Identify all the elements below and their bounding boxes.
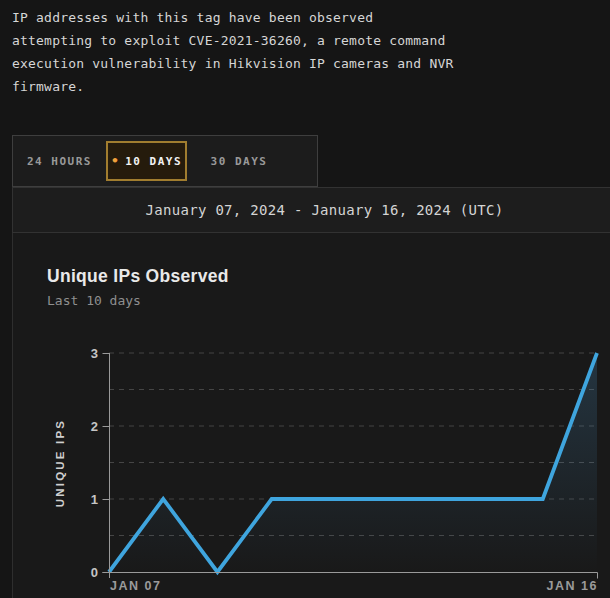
y-tick-label: 3 [91,346,98,361]
tab-30-days-label: 30 DAYS [211,155,268,168]
time-range-tabbar: 24 HOURS • 10 DAYS 30 DAYS [12,135,318,187]
tag-description: IP addresses with this tag have been obs… [12,6,492,98]
tab-30-days[interactable]: 30 DAYS [187,136,291,186]
x-tick-label-end: JAN 16 [547,579,598,593]
description-line: firmware. [12,75,492,98]
tab-24-hours-label: 24 HOURS [27,155,92,168]
description-line: attempting to exploit CVE-2021-36260, a … [12,29,492,52]
x-tick-label-start: JAN 07 [110,579,161,593]
y-axis-title: UNIQUE IPS [54,419,66,507]
description-line: IP addresses with this tag have been obs… [12,6,492,29]
unique-ips-chart-panel: Unique IPs Observed Last 10 days 0123JAN… [12,233,610,598]
y-tick-label: 1 [91,492,98,507]
tab-10-days-label: 10 DAYS [125,155,182,168]
date-range-bar: January 07, 2024 - January 16, 2024 (UTC… [12,187,610,233]
tab-10-days[interactable]: • 10 DAYS [106,141,187,181]
active-tab-dot-icon: • [111,154,120,167]
unique-ips-line-chart: 0123JAN 07JAN 16UNIQUE IPS [13,233,610,598]
description-line: execution vulnerability in Hikvision IP … [12,52,492,75]
y-tick-label: 0 [91,565,98,580]
date-range-text: January 07, 2024 - January 16, 2024 (UTC… [146,202,504,218]
tab-24-hours[interactable]: 24 HOURS [13,136,106,186]
y-tick-label: 2 [91,419,98,434]
